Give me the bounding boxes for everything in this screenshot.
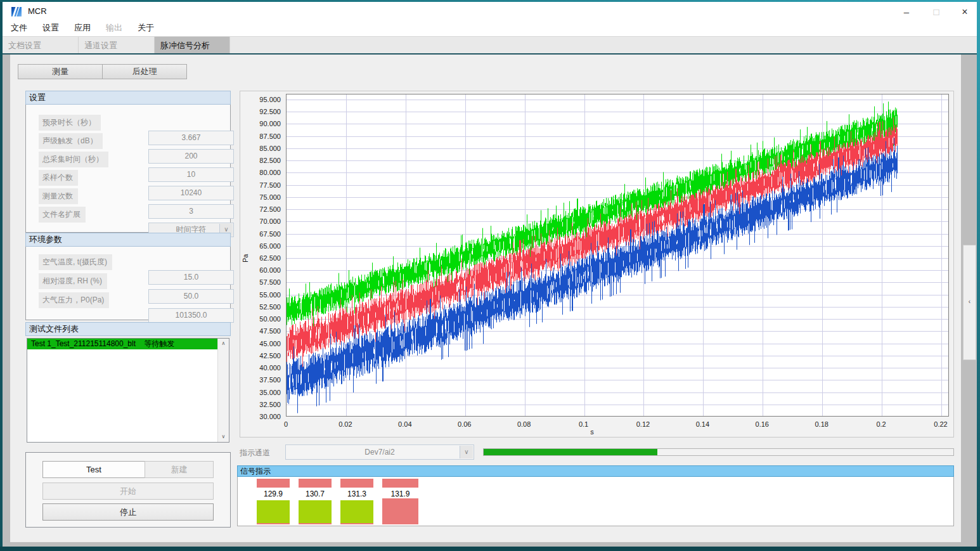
progress-fill (484, 449, 657, 455)
field-label: 空气温度, t(摄氏度) (39, 254, 112, 270)
test-name-field[interactable]: Test (42, 461, 145, 478)
menu-bar: 文件设置应用输出关于 (3, 19, 977, 36)
signal-panel-title: 信号指示 (237, 465, 954, 477)
indicator-channel-value: Dev7/ai2 (364, 448, 394, 457)
stop-button[interactable]: 停止 (42, 503, 214, 521)
indicator-block (257, 500, 290, 524)
maximize-button[interactable]: □ (922, 4, 950, 20)
y-axis-label: Pa (242, 247, 249, 263)
y-tick-label: 37.500 (240, 375, 281, 385)
indicator-top-bar (340, 479, 373, 488)
y-tick-label: 60.000 (240, 265, 281, 275)
list-item[interactable]: Test 1_Test_211215114800_blt 等待触发 (27, 339, 229, 349)
indicator-block (299, 500, 332, 524)
y-tick-label: 55.000 (240, 290, 281, 300)
tab-strip: 文档设置通道设置脉冲信号分析 (3, 36, 977, 54)
window-title: MCR (28, 6, 47, 16)
indicator-value: 131.3 (340, 489, 373, 498)
field-label: 预录时长（秒） (39, 115, 101, 131)
environment-row-2: 大气压力，P0(Pa)101350.0 (39, 292, 220, 307)
environment-row-1: 相对湿度, RH (%)50.0 (39, 273, 220, 288)
indicator-top-bar (382, 479, 418, 488)
scroll-down-icon[interactable]: ∨ (218, 432, 229, 442)
y-tick-label: 77.500 (240, 180, 281, 190)
x-tick-label: 0 (267, 420, 305, 428)
file-list-group: 测试文件列表 Test 1_Test_211215114800_blt 等待触发… (25, 322, 231, 444)
y-tick-label: 47.500 (240, 326, 281, 336)
field-label: 文件名扩展 (39, 207, 86, 223)
x-tick-label: 0.18 (803, 420, 841, 428)
menu-item-1[interactable]: 设置 (42, 22, 59, 34)
y-tick-label: 50.000 (240, 314, 281, 324)
y-tick-label: 75.000 (240, 192, 281, 202)
tab-2[interactable]: 脉冲信号分析 (155, 37, 230, 54)
file-list-scrollbar[interactable]: ∧ ∨ (217, 339, 229, 442)
indicator-value: 129.9 (257, 489, 290, 498)
chart-series-canvas (287, 94, 948, 416)
settings-row-5: 文件名扩展时间字符∨ (39, 207, 220, 221)
x-tick-label: 0.12 (624, 420, 662, 428)
y-tick-label: 32.500 (240, 399, 281, 410)
indicator-channel-dropdown[interactable]: Dev7/ai2 ∨ (285, 444, 474, 460)
splitter-handle[interactable]: ‹ (963, 245, 976, 360)
y-tick-label: 70.000 (240, 216, 281, 226)
indicator-value: 130.7 (299, 489, 332, 498)
field-label: 采样个数 (39, 170, 78, 186)
progress-bar (483, 448, 954, 456)
field-label: 大气压力，P0(Pa) (39, 292, 109, 308)
left-gutter (3, 55, 10, 542)
x-tick-label: 0.02 (326, 420, 364, 428)
field-label: 测量次数 (39, 188, 78, 204)
indicator-top-bar (299, 479, 332, 488)
x-tick-label: 0.04 (386, 420, 424, 428)
y-tick-label: 95.000 (240, 94, 281, 105)
settings-row-0: 预录时长（秒）3.667 (39, 115, 220, 129)
field-label: 相对湿度, RH (%) (39, 273, 107, 289)
y-tick-label: 57.500 (240, 277, 281, 287)
y-tick-label: 85.000 (240, 143, 281, 153)
tab-1[interactable]: 通道设置 (79, 37, 155, 54)
field-value[interactable]: 101350.0 (148, 308, 234, 323)
menu-item-4[interactable]: 关于 (138, 22, 154, 34)
test-file-list[interactable]: Test 1_Test_211215114800_blt 等待触发 ∧ ∨ (27, 338, 229, 443)
menu-item-0[interactable]: 文件 (11, 22, 27, 34)
file-list-title: 测试文件列表 (25, 322, 231, 336)
tab-0[interactable]: 文档设置 (3, 37, 79, 54)
y-tick-label: 45.000 (240, 339, 281, 349)
environment-group-title: 环境参数 (25, 233, 231, 247)
menu-item-2[interactable]: 应用 (74, 22, 91, 34)
chevron-down-icon[interactable]: ∨ (460, 446, 473, 458)
measure-button[interactable]: 测量 (18, 64, 103, 79)
field-label: 声级触发（dB） (39, 133, 103, 149)
app-icon (11, 7, 22, 16)
menu-item-3[interactable]: 输出 (106, 22, 122, 34)
y-tick-label: 82.500 (240, 155, 281, 165)
y-tick-label: 52.500 (240, 302, 281, 312)
field-label: 总采集时间（秒） (39, 152, 108, 167)
desktop-edge (0, 547, 980, 551)
signal-chart: 95.00092.50090.00087.50085.00082.50080.0… (240, 91, 954, 438)
y-tick-label: 87.500 (240, 131, 281, 141)
indicator-block (382, 498, 418, 524)
y-tick-label: 40.000 (240, 363, 281, 373)
y-tick-label: 90.000 (240, 119, 281, 129)
chart-plot-area (286, 94, 949, 417)
settings-group-body: 预录时长（秒）3.667声级触发（dB）200总采集时间（秒）10采样个数102… (25, 105, 231, 233)
x-axis-label: s (579, 428, 605, 436)
settings-row-1: 声级触发（dB）200 (39, 133, 220, 148)
x-tick-label: 0.16 (743, 420, 781, 428)
environment-row-0: 空气温度, t(摄氏度)15.0 (39, 254, 220, 269)
close-button[interactable]: × (951, 4, 979, 20)
run-controls-group: Test 新建 开始 停止 (25, 452, 231, 528)
new-button[interactable]: 新建 (145, 461, 214, 478)
minimize-button[interactable]: – (893, 4, 920, 20)
y-tick-label: 42.500 (240, 351, 281, 361)
scroll-up-icon[interactable]: ∧ (218, 339, 229, 349)
start-button[interactable]: 开始 (42, 483, 214, 500)
indicator-channel-label: 指示通道 (240, 448, 270, 458)
y-tick-label: 35.000 (240, 387, 281, 398)
file-list-items: Test 1_Test_211215114800_blt 等待触发 (27, 339, 229, 349)
y-tick-label: 72.500 (240, 204, 281, 214)
titlebar: MCR – □ × (3, 2, 977, 20)
postprocess-button[interactable]: 后处理 (102, 64, 187, 79)
